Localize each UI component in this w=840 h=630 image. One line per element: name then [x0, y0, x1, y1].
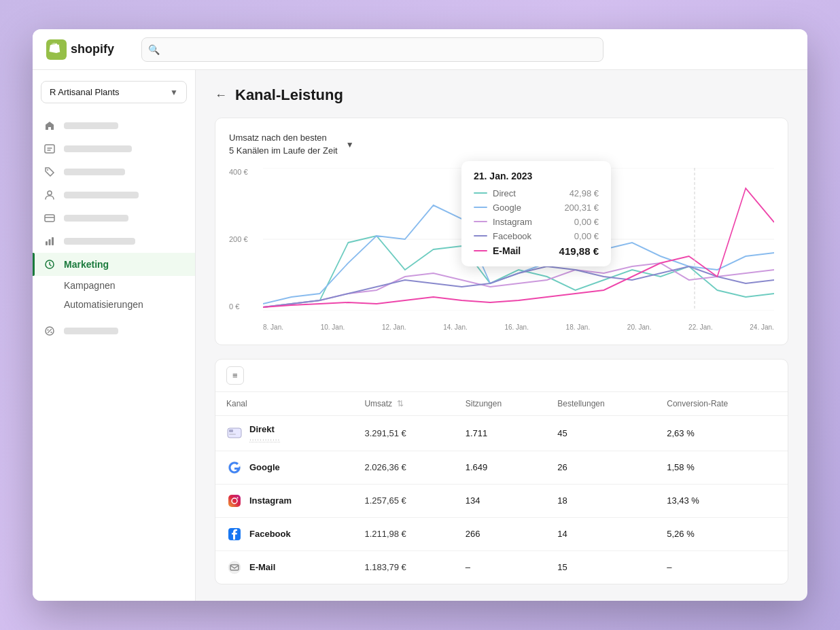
- table-body: Direkt ............ 3.291,51 € 1.711 45 …: [215, 415, 788, 584]
- tooltip-line-facebook: [474, 235, 487, 237]
- tooltip-line-email: [474, 250, 487, 251]
- chevron-down-icon: ▼: [170, 88, 178, 97]
- x-label-8: 24. Jan.: [750, 323, 774, 331]
- orders-icon: [43, 143, 56, 155]
- tooltip-row-google: Google 200,31 €: [474, 203, 599, 213]
- col-umsatz[interactable]: Umsatz ⇅: [353, 392, 454, 416]
- search-input[interactable]: [141, 37, 603, 62]
- sidebar-item-home[interactable]: [33, 114, 195, 137]
- nav-label-bar-finance: [64, 215, 128, 222]
- svg-rect-7: [52, 237, 54, 245]
- page-title: Kanal-Leistung: [235, 86, 343, 104]
- umsatz-facebook: 1.211,98 €: [353, 517, 454, 550]
- store-name: R Artisanal Plants: [50, 87, 120, 97]
- table-header-row: Kanal Umsatz ⇅ Sitzungen Bestellungen: [215, 392, 788, 416]
- tag-icon: [43, 166, 56, 178]
- channel-name-facebook: Facebook: [249, 529, 291, 539]
- chart-title-line2: 5 Kanälen im Laufe der Zeit: [229, 145, 338, 156]
- tooltip-left-email: E-Mail: [474, 245, 521, 256]
- home-icon: [43, 120, 56, 132]
- nav-label-bar-home: [64, 122, 118, 129]
- bestellungen-direkt: 45: [546, 415, 656, 451]
- main-content: ← Kanal-Leistung Umsatz nach den besten …: [196, 70, 807, 600]
- y-label-200: 200 €: [229, 235, 263, 243]
- sitzungen-facebook: 266: [455, 517, 547, 550]
- channel-cell-direkt: Direkt ............: [215, 415, 353, 451]
- umsatz-google: 2.026,36 €: [353, 451, 454, 484]
- back-button[interactable]: ←: [215, 88, 227, 103]
- sub-nav-kampagnen[interactable]: Kampagnen: [64, 276, 195, 295]
- nav-label-bar-customers: [64, 192, 139, 198]
- sidebar-item-marketing[interactable]: Marketing: [33, 253, 195, 276]
- chart-title-wrap: Umsatz nach den besten 5 Kanälen im Lauf…: [229, 132, 354, 156]
- bestellungen-facebook: 14: [546, 517, 656, 550]
- umsatz-instagram: 1.257,65 €: [353, 484, 454, 517]
- sidebar-item-products[interactable]: [33, 160, 195, 183]
- sub-nav: Kampagnen Automatisierungen: [33, 276, 195, 314]
- main-window: shopify 🔍 R Artisanal Plants ▼: [33, 29, 807, 600]
- sub-nav-automatisierungen[interactable]: Automatisierungen: [64, 295, 195, 314]
- analytics-icon: [43, 235, 56, 247]
- discount-icon: [43, 325, 56, 337]
- tooltip-value-google: 200,31 €: [564, 203, 599, 213]
- sidebar-item-discounts[interactable]: [33, 319, 195, 343]
- tooltip-row-facebook: Facebook 0,00 €: [474, 231, 599, 241]
- conversion-email: –: [656, 550, 788, 584]
- sidebar-item-finance[interactable]: [33, 207, 195, 230]
- sidebar-item-orders[interactable]: [33, 137, 195, 160]
- page-header: ← Kanal-Leistung: [215, 86, 788, 104]
- chart-dropdown-icon[interactable]: ▼: [346, 140, 354, 150]
- bestellungen-google: 26: [546, 451, 656, 484]
- search-icon: 🔍: [148, 44, 160, 55]
- filter-button[interactable]: ≡: [226, 366, 244, 385]
- chart-tooltip: 21. Jan. 2023 Direct 42,98 € Googl: [461, 161, 611, 266]
- x-axis: 8. Jan. 10. Jan. 12. Jan. 14. Jan. 16. J…: [263, 315, 774, 331]
- bestellungen-instagram: 18: [546, 484, 656, 517]
- svg-point-20: [237, 497, 239, 498]
- finance-icon: [43, 212, 56, 224]
- bestellungen-email: 15: [546, 550, 656, 584]
- chart-card: Umsatz nach den besten 5 Kanälen im Lauf…: [215, 118, 788, 345]
- channel-cell-instagram: Instagram: [215, 484, 353, 517]
- sitzungen-instagram: 134: [455, 484, 547, 517]
- header: shopify 🔍: [33, 29, 807, 70]
- sidebar-item-customers[interactable]: [33, 183, 195, 207]
- direkt-icon: [226, 425, 243, 441]
- filter-icon: ≡: [232, 370, 238, 381]
- google-icon: [226, 459, 243, 476]
- table-toolbar: ≡: [215, 360, 788, 392]
- channel-cell-email: E-Mail: [215, 550, 353, 584]
- svg-point-3: [48, 191, 52, 195]
- store-selector[interactable]: R Artisanal Plants ▼: [41, 81, 187, 103]
- col-bestellungen: Bestellungen: [546, 392, 656, 416]
- channel-cell-google: Google: [215, 451, 353, 484]
- chart-header: Umsatz nach den besten 5 Kanälen im Lauf…: [229, 132, 774, 156]
- table-card: ≡ Kanal Umsatz ⇅: [215, 359, 788, 584]
- body: R Artisanal Plants ▼: [33, 70, 807, 600]
- tooltip-left-google: Google: [474, 203, 521, 213]
- umsatz-email: 1.183,79 €: [353, 550, 454, 584]
- x-label-4: 16. Jan.: [504, 323, 529, 331]
- tooltip-row-instagram: Instagram 0,00 €: [474, 217, 599, 227]
- sidebar: R Artisanal Plants ▼: [33, 70, 196, 600]
- channel-cell-facebook: Facebook: [215, 517, 353, 550]
- tooltip-line-direct: [474, 192, 487, 194]
- tooltip-row-direct: Direct 42,98 €: [474, 188, 599, 198]
- facebook-icon: [226, 526, 243, 542]
- tooltip-value-facebook: 0,00 €: [574, 231, 599, 241]
- sitzungen-google: 1.649: [455, 451, 547, 484]
- svg-rect-6: [49, 239, 51, 245]
- col-sitzungen: Sitzungen: [455, 392, 547, 416]
- tooltip-line-instagram: [474, 221, 487, 222]
- tooltip-label-instagram: Instagram: [493, 217, 532, 227]
- marketing-label: Marketing: [64, 259, 109, 270]
- col-conversion: Conversion-Rate: [656, 392, 788, 416]
- sitzungen-direkt: 1.711: [455, 415, 547, 451]
- y-label-0: 0 €: [229, 302, 263, 311]
- svg-rect-4: [45, 215, 54, 222]
- sidebar-item-analytics[interactable]: [33, 230, 195, 253]
- chart-title: Umsatz nach den besten 5 Kanälen im Lauf…: [229, 132, 338, 156]
- conversion-google: 1,58 %: [656, 451, 788, 484]
- svg-rect-1: [45, 145, 54, 153]
- tooltip-left-facebook: Facebook: [474, 231, 531, 241]
